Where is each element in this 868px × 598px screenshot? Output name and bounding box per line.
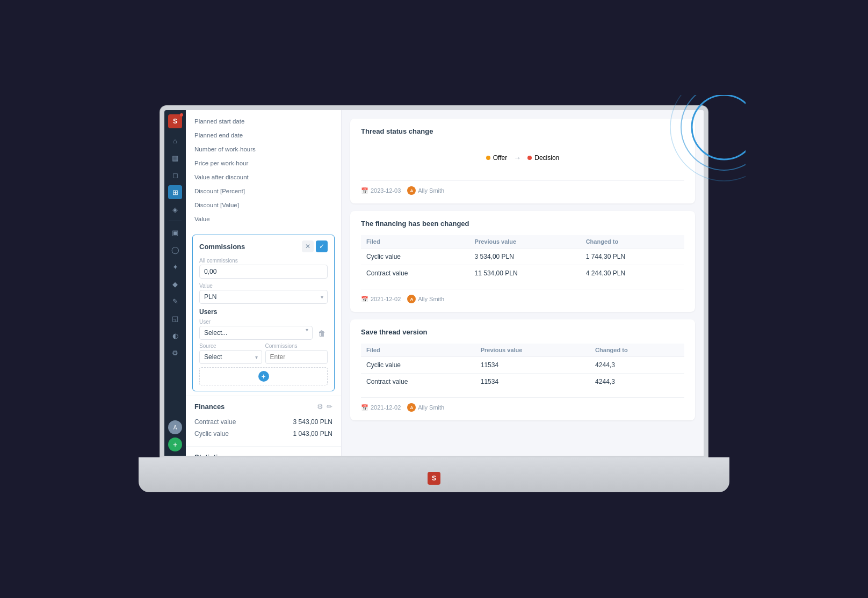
all-commissions-group: All commissions bbox=[199, 258, 328, 279]
event-date-2: 📅 2021-12-02 bbox=[361, 296, 401, 303]
event-card-title-3: Save thread version bbox=[361, 328, 684, 336]
field-discount-percent[interactable]: Discount [Percent] bbox=[186, 184, 341, 198]
left-panel: Planned start date Planned end date Numb… bbox=[186, 110, 342, 456]
sidebar-item-tag[interactable]: ◈ bbox=[168, 202, 182, 216]
sidebar-item-clipboard[interactable]: ◱ bbox=[168, 311, 182, 325]
save-version-table-head: Filed Previous value Changed to bbox=[361, 344, 684, 357]
col-prev-2: Previous value bbox=[475, 344, 590, 357]
user-avatar-2: A bbox=[407, 295, 416, 303]
all-commissions-input[interactable] bbox=[199, 265, 328, 279]
col-changed-2: Changed to bbox=[590, 344, 684, 357]
source-commissions-row: Source Select Commissions bbox=[199, 343, 328, 364]
sidebar-item-home[interactable]: ⌂ bbox=[168, 134, 182, 148]
event-user-text-1: Ally Smith bbox=[418, 187, 444, 194]
event-user-2: A Ally Smith bbox=[407, 295, 444, 303]
cyclic-value-amount: 1 043,00 PLN bbox=[293, 430, 332, 437]
user-row: User Select... 🗑 bbox=[199, 319, 328, 340]
status-arrow: → bbox=[513, 154, 521, 162]
commissions-header: Commissions ✕ ✓ bbox=[199, 240, 328, 252]
sidebar-item-star[interactable]: ◆ bbox=[168, 277, 182, 291]
event-3-wrapper: Save thread version Filed Previous value… bbox=[350, 319, 695, 420]
source-select[interactable]: Select bbox=[199, 350, 262, 364]
calendar-icon-1: 📅 bbox=[361, 187, 368, 194]
value-select-wrapper: PLN EUR USD bbox=[199, 290, 328, 304]
user-avatar-icon[interactable]: A bbox=[168, 420, 182, 434]
event-card-title-1: Thread status change bbox=[361, 127, 684, 135]
sv-row2-col3: 4244,3 bbox=[590, 374, 684, 390]
event-card-financing: The financing has been changed Filed Pre… bbox=[350, 211, 695, 312]
sidebar-item-settings[interactable]: ✦ bbox=[168, 260, 182, 274]
value-label: Value bbox=[199, 283, 328, 289]
finances-section: Finances ⚙ ✏ Contract value 3 543,00 PLN… bbox=[186, 396, 341, 446]
sidebar-item-gear[interactable]: ⚙ bbox=[168, 346, 182, 360]
user-select-wrapper: User Select... bbox=[199, 319, 313, 340]
event-footer-1: 📅 2023-12-03 A Ally Smith bbox=[361, 180, 684, 195]
contract-value-label: Contract value bbox=[194, 418, 236, 426]
status-dot-decision bbox=[527, 156, 532, 160]
sv-row1-col1: Cyclic value bbox=[361, 357, 475, 374]
green-action-btn[interactable]: + bbox=[168, 437, 182, 451]
status-to-badge: Decision bbox=[527, 154, 559, 162]
sidebar-item-grid[interactable]: ⊞ bbox=[168, 185, 182, 199]
status-to-label: Decision bbox=[534, 154, 559, 162]
field-work-hours[interactable]: Number of work-hours bbox=[186, 142, 341, 156]
commissions-close-btn[interactable]: ✕ bbox=[302, 240, 314, 252]
event-user-3: A Ally Smith bbox=[407, 403, 444, 412]
value-select[interactable]: PLN EUR USD bbox=[199, 290, 328, 304]
all-commissions-label: All commissions bbox=[199, 258, 328, 264]
status-from-label: Offer bbox=[493, 154, 507, 162]
sidebar-divider-1 bbox=[169, 221, 182, 221]
financing-table-header-row: Filed Previous value Changed to bbox=[361, 235, 684, 249]
value-group: Value PLN EUR USD bbox=[199, 283, 328, 304]
sidebar-item-folder[interactable]: ▣ bbox=[168, 225, 182, 239]
app-logo: S bbox=[168, 114, 182, 128]
user-select[interactable]: Select... bbox=[199, 326, 313, 340]
event-2-wrapper: The financing has been changed Filed Pre… bbox=[350, 211, 695, 312]
table-row: Contract value 11 534,00 PLN 4 244,30 PL… bbox=[361, 265, 684, 282]
statistics-title: Statistics bbox=[186, 446, 341, 456]
col-filed-2: Filed bbox=[361, 344, 475, 357]
table-row: Contract value 11534 4244,3 bbox=[361, 374, 684, 390]
finances-settings-icon[interactable]: ⚙ bbox=[317, 403, 323, 411]
user-avatar-1: A bbox=[407, 186, 416, 195]
field-value-after-discount[interactable]: Value after discount bbox=[186, 170, 341, 184]
event-date-3: 📅 2021-12-02 bbox=[361, 404, 401, 411]
event-date-text-3: 2021-12-02 bbox=[371, 404, 401, 411]
col-filed-1: Filed bbox=[361, 235, 469, 249]
financing-table-body: Cyclic value 3 534,00 PLN 1 744,30 PLN C… bbox=[361, 249, 684, 282]
table-row: Cyclic value 3 534,00 PLN 1 744,30 PLN bbox=[361, 249, 684, 265]
commissions-confirm-btn[interactable]: ✓ bbox=[316, 240, 328, 252]
sidebar-item-doc[interactable]: ◻ bbox=[168, 168, 182, 182]
field-price-per-hour[interactable]: Price per work-hour bbox=[186, 156, 341, 170]
event-footer-2: 📅 2021-12-02 A Ally Smith bbox=[361, 289, 684, 303]
sidebar-item-chart[interactable]: ▦ bbox=[168, 151, 182, 165]
save-version-header-row: Filed Previous value Changed to bbox=[361, 344, 684, 357]
contract-value-row: Contract value 3 543,00 PLN bbox=[194, 416, 332, 428]
table-row: Cyclic value 11534 4244,3 bbox=[361, 357, 684, 374]
field-planned-start[interactable]: Planned start date bbox=[186, 114, 341, 128]
financing-table: Filed Previous value Changed to Cyclic v… bbox=[361, 235, 684, 281]
source-select-wrapper: Select bbox=[199, 350, 262, 364]
add-user-btn[interactable]: + bbox=[199, 367, 328, 385]
delete-user-btn[interactable]: 🗑 bbox=[316, 327, 328, 339]
sidebar-item-pen[interactable]: ✎ bbox=[168, 294, 182, 308]
main-content: Thread status change Offer → Decision bbox=[342, 110, 704, 456]
row1-col2: 3 534,00 PLN bbox=[469, 249, 581, 265]
add-icon: + bbox=[258, 371, 269, 382]
users-section-title: Users bbox=[199, 308, 328, 316]
sidebar-item-person[interactable]: ◐ bbox=[168, 329, 182, 342]
finances-edit-icon[interactable]: ✏ bbox=[327, 403, 332, 411]
field-value[interactable]: Value bbox=[186, 212, 341, 226]
sidebar-bottom: A + bbox=[168, 420, 182, 451]
status-flow: Offer → Decision bbox=[361, 143, 684, 173]
save-version-table-body: Cyclic value 11534 4244,3 Contract value… bbox=[361, 357, 684, 390]
event-date-text-1: 2023-12-03 bbox=[371, 187, 401, 194]
row2-col2: 11 534,00 PLN bbox=[469, 265, 581, 282]
event-card-status-change: Thread status change Offer → Decision bbox=[350, 119, 695, 203]
event-date-text-2: 2021-12-02 bbox=[371, 296, 401, 302]
field-discount-value[interactable]: Discount [Value] bbox=[186, 198, 341, 212]
commissions-enter-input[interactable] bbox=[265, 350, 328, 364]
field-planned-end[interactable]: Planned end date bbox=[186, 128, 341, 142]
sidebar-item-people[interactable]: ◯ bbox=[168, 243, 182, 257]
commissions-section: Commissions ✕ ✓ All commissions Value bbox=[192, 235, 335, 391]
